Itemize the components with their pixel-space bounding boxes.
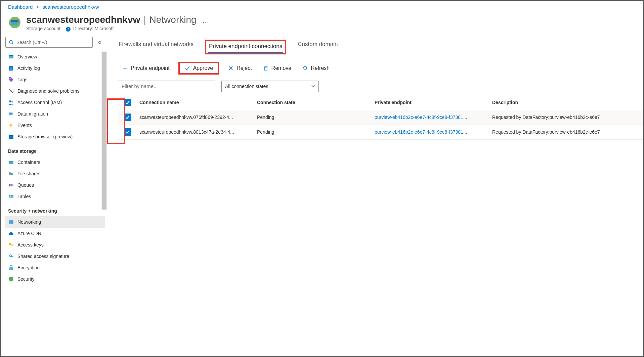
row-checkbox[interactable] [124,128,131,136]
overview-icon [8,54,14,60]
col-connection-name[interactable]: Connection name [137,98,254,107]
sidebar-item-queues[interactable]: Queues [5,179,105,191]
sidebar-item-diagnose[interactable]: Diagnose and solve problems [5,85,105,97]
browser-icon [8,134,14,140]
svg-rect-23 [9,184,10,186]
svg-point-15 [9,100,11,102]
connection-name: scanwesteuropeedhnkvw.8013c47a-2e34-4... [137,127,254,137]
cloud-icon [8,230,14,236]
tag-icon [8,77,14,83]
col-description[interactable]: Description [489,98,642,107]
people-icon [8,99,14,105]
description: Requested by DataFactory:purview-eb416b2… [489,127,642,137]
breadcrumb-root[interactable]: Dashboard [8,4,33,10]
sidebar-item-events[interactable]: Events [5,120,105,131]
diagnose-icon [8,88,14,94]
x-icon [228,65,234,71]
lock-icon [8,265,14,271]
refresh-button[interactable]: Refresh [300,64,332,73]
sidebar-item-tables[interactable]: Tables [5,191,105,202]
refresh-icon [302,65,308,71]
sidebar-search-input[interactable] [16,40,90,45]
tab-custom-domain[interactable]: Custom domain [297,40,338,54]
info-icon[interactable]: i [66,27,71,32]
sidebar-item-data-migration[interactable]: Data migration [5,108,105,120]
sidebar-item-access-keys[interactable]: Access keys [5,239,105,251]
highlight-approve: Approve [178,62,219,75]
breadcrumb-current[interactable]: scanwesteuropeedhnkvw [43,4,99,10]
sidebar-item-azure-cdn[interactable]: Azure CDN [5,228,105,239]
table-row[interactable]: scanwesteuropeedhnkvw.8013c47a-2e34-4...… [118,125,643,140]
sidebar-item-storage-browser[interactable]: Storage browser (preview) [5,131,105,142]
private-endpoint-link[interactable]: purview-eb416b2c-e6e7-4c8f-9ce8-f37381..… [372,127,489,137]
sidebar-item-overview[interactable]: Overview [5,51,105,62]
sidebar-item-networking[interactable]: Networking [5,216,105,228]
svg-point-16 [11,101,13,102]
sas-icon [8,253,14,259]
private-endpoint-link[interactable]: purview-eb416b2c-e6e7-4c8f-9ce8-f37381..… [372,113,489,122]
shield-icon [8,276,14,282]
connection-name: scanwesteuropeedhnkvw.076fd869-2392-4... [137,113,254,122]
search-icon [8,39,14,45]
storage-account-icon [8,16,22,29]
col-connection-state[interactable]: Connection state [254,98,372,107]
directory-label: Directory: [73,26,93,31]
svg-point-3 [9,40,12,43]
sidebar-item-encryption[interactable]: Encryption [5,262,105,273]
containers-icon [8,159,14,165]
svg-rect-21 [9,161,13,162]
svg-point-11 [10,78,11,79]
directory-value: Microsoft [95,26,114,31]
breadcrumb: Dashboard > scanwesteuropeedhnkvw [1,1,643,12]
tab-firewalls[interactable]: Firewalls and virtual networks [118,40,194,54]
row-checkbox[interactable] [124,114,131,121]
svg-rect-26 [9,195,13,198]
sidebar-item-file-shares[interactable]: File shares [5,168,105,179]
key-icon [8,242,14,248]
remove-button[interactable]: Remove [261,64,294,73]
collapse-sidebar-icon[interactable]: « [95,37,104,47]
add-private-endpoint-button[interactable]: Private endpoint [120,64,172,73]
tables-icon [8,193,14,199]
description: Requested by DataFactory:purview-eb416b2… [489,113,642,122]
sidebar-group-data-storage: Data storage [5,142,105,157]
svg-line-4 [12,43,13,44]
sidebar-item-security[interactable]: Security [5,273,105,285]
sidebar-item-iam[interactable]: Access Control (IAM) [5,97,105,108]
tab-private-endpoint[interactable]: Private endpoint connections [208,42,283,52]
select-all-checkbox[interactable] [124,99,131,106]
trash-icon [263,65,269,71]
svg-rect-10 [10,69,12,70]
svg-rect-6 [9,55,13,56]
sidebar-item-activity-log[interactable]: Activity log [5,62,105,74]
sidebar-item-tags[interactable]: Tags [5,74,105,85]
highlight-tab: Private endpoint connections [205,40,286,54]
sidebar-item-sas[interactable]: Shared access signature [5,251,105,262]
connection-state: Pending [254,113,372,122]
check-icon [184,65,190,71]
lightning-icon [8,122,14,128]
table-row[interactable]: scanwesteuropeedhnkvw.076fd869-2392-4...… [118,110,643,125]
chevron-down-icon [311,84,315,89]
page-title: scanwesteuropeedhnkvw [26,14,140,25]
svg-rect-17 [9,113,12,115]
plus-icon [122,65,128,71]
chevron-right-icon: > [36,4,39,10]
file-shares-icon [8,171,14,177]
activity-log-icon [8,65,14,71]
filter-name-input[interactable] [118,81,215,92]
svg-rect-2 [11,20,18,22]
approve-button[interactable]: Approve [182,64,215,73]
col-private-endpoint[interactable]: Private endpoint [372,98,489,107]
sidebar-search[interactable] [5,37,93,48]
reject-button[interactable]: Reject [226,64,254,73]
globe-icon [8,219,14,225]
svg-rect-44 [264,67,267,70]
more-menu-icon[interactable]: … [199,17,209,25]
svg-rect-19 [9,135,13,136]
connection-state-dropdown[interactable]: All connection states [221,81,319,92]
svg-rect-25 [12,184,13,186]
sidebar-item-containers[interactable]: Containers [5,157,105,168]
svg-rect-24 [10,184,12,186]
scrollbar[interactable] [101,51,107,209]
